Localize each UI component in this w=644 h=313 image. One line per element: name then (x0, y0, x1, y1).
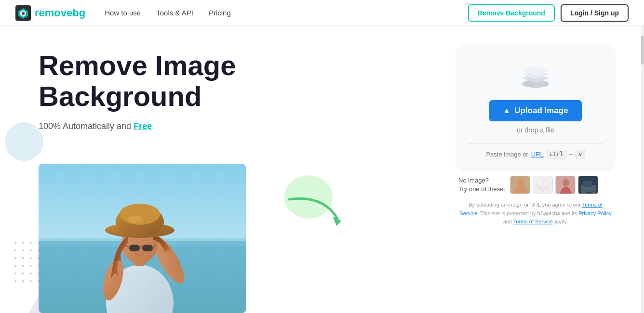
arrow-svg (284, 190, 347, 233)
sample-thumbnails (510, 176, 598, 194)
terms-text: By uploading an image or URL you agree t… (458, 201, 613, 226)
paste-label-text: Paste image or (486, 151, 528, 158)
hero-subtitle: 100% Automatically and Free (39, 121, 442, 131)
svg-point-41 (591, 189, 596, 194)
nav-how-to-use[interactable]: How to use (105, 9, 141, 17)
logo-icon (15, 5, 31, 21)
svg-point-33 (544, 181, 548, 185)
no-image-line2: Try one of these: (458, 185, 505, 194)
logo[interactable]: removebg (15, 5, 85, 21)
login-signup-button[interactable]: Login / Sign up (561, 4, 629, 22)
sample-thumb-3[interactable] (555, 176, 576, 194)
upload-icon-area (519, 60, 552, 91)
thumb-3-svg (556, 176, 576, 194)
svg-rect-16 (142, 245, 153, 251)
sample-thumb-4[interactable] (578, 176, 598, 194)
hero-image (39, 164, 246, 313)
hero-image-container (39, 164, 246, 313)
sample-thumb-1[interactable] (510, 176, 530, 194)
left-panel: Remove Image Background 100% Automatical… (0, 26, 442, 313)
main-content: Remove Image Background 100% Automatical… (0, 26, 644, 313)
no-image-line1: No image? (458, 176, 505, 185)
terms-end: apply. (553, 219, 568, 224)
no-image-text: No image? Try one of these: (458, 176, 505, 194)
thumb-4-svg (578, 176, 598, 194)
upload-card: ▲ Upload Image or drop a file Paste imag… (458, 45, 613, 168)
logo-text: removebg (35, 7, 85, 19)
scrollbar-thumb[interactable] (641, 36, 644, 65)
header-left: removebg How to use Tools & API Pricing (15, 5, 231, 21)
main-nav: How to use Tools & API Pricing (105, 9, 231, 17)
hero-image-svg (39, 164, 246, 313)
card-divider (468, 143, 603, 144)
logo-main: remove (35, 7, 72, 19)
scrollbar[interactable] (641, 26, 644, 313)
nav-tools-api[interactable]: Tools & API (156, 9, 193, 17)
thumb-1-svg (510, 176, 530, 194)
drop-text: or drop a file (517, 126, 554, 134)
hero-title: Remove Image Background (39, 50, 442, 112)
upload-arrow-icon: ▲ (503, 106, 510, 115)
terms-middle: . This site is protected by hCaptcha and… (477, 210, 578, 216)
layers-icon (519, 60, 552, 89)
header-right: Remove Background Login / Sign up (468, 4, 629, 22)
paste-url-link[interactable]: URL (531, 151, 544, 158)
thumb-2-svg (533, 176, 553, 194)
sample-thumb-2[interactable] (533, 176, 553, 194)
svg-point-32 (538, 181, 542, 185)
logo-accent: bg (72, 7, 85, 19)
kbd-v: v (576, 150, 585, 158)
plus-separator: + (569, 151, 573, 158)
remove-background-button[interactable]: Remove Background (468, 4, 555, 22)
terms-of-service-link-2[interactable]: Terms of Service (513, 219, 553, 224)
svg-point-20 (128, 215, 142, 223)
svg-rect-15 (129, 245, 140, 251)
header: removebg How to use Tools & API Pricing … (0, 0, 644, 26)
nav-pricing[interactable]: Pricing (209, 9, 231, 17)
sample-section: No image? Try one of these: (458, 176, 613, 194)
upload-btn-label: Upload Image (514, 106, 568, 116)
terms-and: and (503, 219, 513, 224)
svg-point-40 (581, 189, 586, 194)
hero-subtitle-free: Free (134, 121, 152, 131)
right-panel: ▲ Upload Image or drop a file Paste imag… (442, 26, 644, 313)
upload-image-button[interactable]: ▲ Upload Image (489, 100, 581, 121)
circle-decoration (5, 122, 43, 161)
privacy-policy-link[interactable]: Privacy Policy (578, 210, 611, 216)
svg-rect-39 (583, 181, 592, 187)
svg-point-31 (537, 180, 550, 192)
paste-area: Paste image or URL ctrl + v (486, 150, 585, 158)
kbd-ctrl: ctrl (547, 150, 566, 158)
hero-subtitle-text: 100% Automatically and (39, 121, 134, 131)
arrow-decoration (284, 190, 347, 233)
svg-point-35 (563, 179, 569, 187)
terms-pre-link: By uploading an image or URL you agree t… (469, 202, 582, 208)
